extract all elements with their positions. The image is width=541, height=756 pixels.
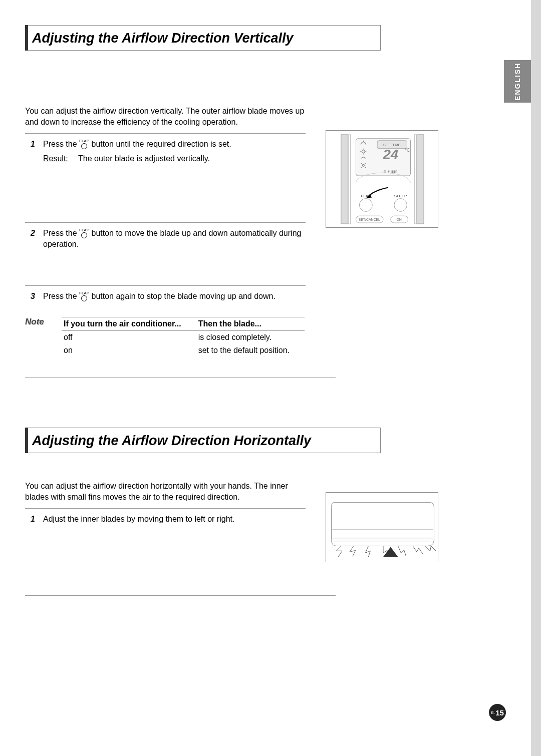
step-number: 1 xyxy=(25,139,35,164)
step-body: Press the FLAP button to move the blade … xyxy=(43,228,306,250)
note-label: Note xyxy=(25,317,53,327)
manual-page: ENGLISH Adjusting the Airflow Direction … xyxy=(0,0,531,756)
svg-marker-21 xyxy=(383,547,398,557)
section1-intro: You can adjust the airflow direction ver… xyxy=(25,106,306,134)
result-label: Result: xyxy=(43,153,71,164)
flap-button-icon: FLAP xyxy=(79,229,89,238)
ac-unit-figure xyxy=(326,492,438,562)
section-title-horizontal: Adjusting the Airflow Direction Horizont… xyxy=(25,428,381,453)
table-row: on set to the default position. xyxy=(62,344,305,357)
language-tab: ENGLISH xyxy=(504,60,531,103)
svg-point-14 xyxy=(394,199,407,212)
section-title-vertical: Adjusting the Airflow Direction Vertical… xyxy=(25,25,381,51)
note-block: Note If you turn the air conditioner... … xyxy=(25,317,336,377)
svg-rect-2 xyxy=(414,135,416,224)
table-header: If you turn the air conditioner... xyxy=(62,317,196,331)
svg-text:24: 24 xyxy=(382,147,398,162)
step-number: 2 xyxy=(25,228,35,250)
step-text: button until the required direction is s… xyxy=(91,140,231,148)
svg-text:ON: ON xyxy=(396,218,401,221)
remote-control-figure: SET TEMP. 24 ℃ ⚙ ❄ ▮▮▯ FLAP SLEEP xyxy=(326,130,438,228)
table-header: Then the blade... xyxy=(196,317,305,331)
svg-rect-3 xyxy=(417,135,424,224)
result-text: The outer blade is adjusted vertically. xyxy=(78,153,210,164)
flap-button-icon: FLAP xyxy=(79,140,89,149)
step-text: button again to stop the blade moving up… xyxy=(91,292,275,300)
table-row: off is closed completely. xyxy=(62,331,305,344)
step-row: 2 Press the FLAP button to move the blad… xyxy=(25,223,306,255)
step-number: 1 xyxy=(25,514,35,525)
step-text: Press the xyxy=(43,140,79,148)
svg-rect-0 xyxy=(341,135,348,224)
step-row: 3 Press the FLAP button again to stop th… xyxy=(25,286,306,307)
step-text: Adjust the inner blades by moving them t… xyxy=(43,514,306,525)
step-row: 1 Press the FLAP button until the requir… xyxy=(25,134,306,164)
step-body: Press the FLAP button until the required… xyxy=(43,139,306,164)
note-table: If you turn the air conditioner... Then … xyxy=(62,317,305,357)
flap-button-icon: FLAP xyxy=(79,292,89,301)
step-body: Press the FLAP button again to stop the … xyxy=(43,291,306,302)
svg-text:SET TEMP.: SET TEMP. xyxy=(383,143,401,147)
svg-text:SLEEP: SLEEP xyxy=(394,194,407,198)
svg-text:℃: ℃ xyxy=(405,148,410,153)
step-text: Press the xyxy=(43,292,79,300)
svg-point-12 xyxy=(359,199,372,212)
svg-rect-1 xyxy=(349,135,351,224)
section2-intro: You can adjust the airflow direction hor… xyxy=(25,481,306,509)
svg-text:SET/CANCEL: SET/CANCEL xyxy=(359,218,381,221)
step-text: Press the xyxy=(43,229,79,237)
step-row: 1 Adjust the inner blades by moving them… xyxy=(25,509,306,530)
step-number: 3 xyxy=(25,291,35,302)
page-number: E-15 xyxy=(489,704,506,721)
